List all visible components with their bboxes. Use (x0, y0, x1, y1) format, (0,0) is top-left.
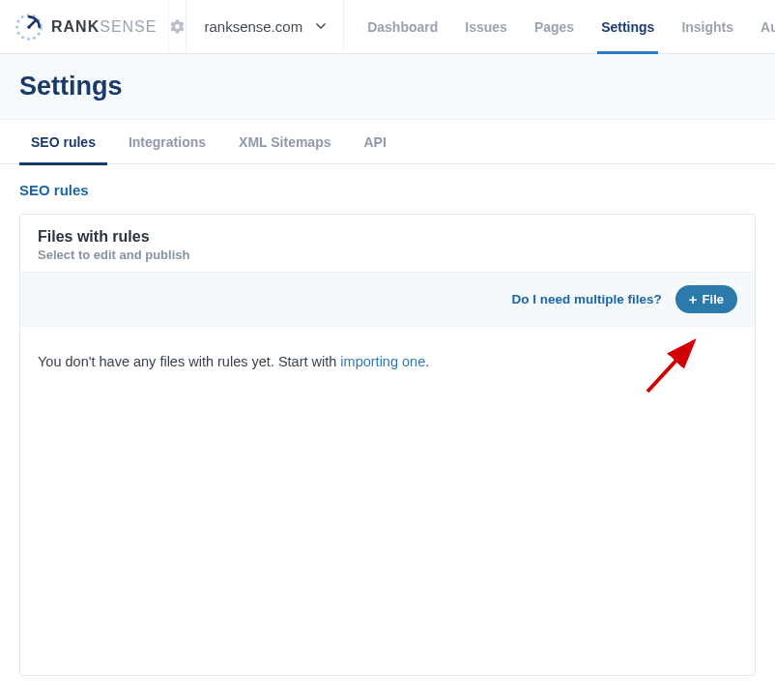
section-heading: SEO rules (0, 164, 775, 204)
nav-insights[interactable]: Insights (668, 0, 747, 54)
import-link[interactable]: importing one (340, 354, 425, 369)
nav-pages[interactable]: Pages (521, 0, 588, 54)
card-body: You don't have any files with rules yet.… (20, 327, 755, 675)
add-file-button[interactable]: + File (675, 285, 737, 313)
multiple-files-help-link[interactable]: Do I need multiple files? (512, 292, 662, 306)
domain-selector[interactable]: ranksense.com (186, 0, 344, 54)
tab-xml-sitemaps[interactable]: XML Sitemaps (227, 120, 342, 164)
tab-integrations[interactable]: Integrations (117, 120, 217, 164)
card-header: Files with rules Select to edit and publ… (20, 215, 755, 273)
gear-icon[interactable] (168, 0, 186, 54)
ranksense-logo-icon (14, 12, 44, 43)
top-bar: RANKSENSE ranksense.com Dashboard Issues… (0, 0, 775, 54)
card-title: Files with rules (38, 228, 737, 246)
primary-nav: Dashboard Issues Pages Settings Insights… (354, 0, 775, 54)
nav-dashboard[interactable]: Dashboard (354, 0, 451, 54)
add-file-label: File (703, 292, 724, 306)
svg-point-2 (27, 25, 31, 29)
tab-seo-rules[interactable]: SEO rules (19, 120, 107, 164)
domain-name: ranksense.com (204, 18, 302, 35)
empty-prefix: You don't have any files with rules yet.… (38, 354, 340, 369)
settings-tabs: SEO rules Integrations XML Sitemaps API (0, 120, 775, 164)
empty-suffix: . (425, 354, 429, 369)
page-header: Settings (0, 54, 775, 120)
card-toolbar: Do I need multiple files? + File (20, 273, 755, 327)
plus-icon: + (689, 292, 698, 306)
card-subtitle: Select to edit and publish (38, 248, 737, 262)
nav-issues[interactable]: Issues (451, 0, 521, 54)
empty-state-text: You don't have any files with rules yet.… (38, 354, 737, 369)
brand-text: RANKSENSE (51, 18, 157, 36)
chevron-down-icon (316, 20, 326, 34)
files-card: Files with rules Select to edit and publ… (19, 214, 756, 676)
nav-settings[interactable]: Settings (588, 0, 668, 54)
nav-automation[interactable]: Automation (747, 0, 775, 54)
tab-api[interactable]: API (352, 120, 397, 164)
brand-logo[interactable]: RANKSENSE (14, 12, 157, 43)
page-title: Settings (19, 72, 756, 102)
